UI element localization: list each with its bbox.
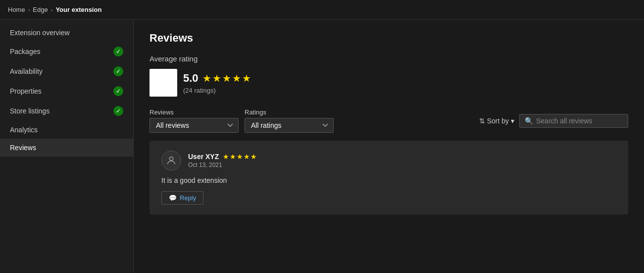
sidebar-item-reviews[interactable]: Reviews	[0, 139, 133, 157]
sort-group: ⇅ Sort by ▾ 🔍	[479, 114, 628, 128]
ratings-filter-select[interactable]: All ratings 5 stars 4 stars 3 stars 2 st…	[245, 118, 334, 133]
sidebar-item-store-listings[interactable]: Store listings ✓	[0, 101, 133, 121]
sidebar-item-packages[interactable]: Packages ✓	[0, 42, 133, 61]
review-text: It is a good extension	[161, 176, 616, 184]
sidebar-item-label: Analytics	[10, 126, 38, 134]
check-icon: ✓	[113, 47, 123, 56]
review-header: User XYZ ★★★★★ Oct 13, 2021	[161, 151, 616, 170]
reviews-filter-select[interactable]: All reviews With text Without text	[149, 118, 239, 133]
check-icon: ✓	[113, 106, 123, 116]
review-card: User XYZ ★★★★★ Oct 13, 2021 It is a good…	[149, 141, 628, 215]
sort-button[interactable]: ⇅ Sort by ▾	[479, 114, 514, 128]
reply-icon: 💬	[169, 194, 177, 202]
avatar	[161, 151, 181, 170]
sidebar-item-label: Properties	[10, 87, 42, 95]
sort-icon: ⇅	[479, 117, 485, 125]
svg-point-0	[169, 157, 173, 161]
breadcrumb-current: Your extension	[55, 6, 101, 13]
rating-number: 5.0	[183, 72, 198, 85]
reviews-filter-group: Reviews All reviews With text Without te…	[149, 109, 239, 133]
rating-stars: ★★★★★	[202, 72, 252, 84]
breadcrumb-chevron-2: ›	[51, 7, 53, 13]
ratings-filter-label: Ratings	[245, 109, 334, 116]
check-icon: ✓	[113, 66, 123, 76]
check-icon: ✓	[113, 86, 123, 96]
sidebar-item-analytics[interactable]: Analytics	[0, 121, 133, 139]
reply-button[interactable]: 💬 Reply	[161, 191, 203, 205]
reviewer-info: User XYZ ★★★★★ Oct 13, 2021	[188, 153, 257, 168]
breadcrumb: Home › Edge › Your extension	[0, 0, 644, 20]
reviews-filter-label: Reviews	[149, 109, 239, 116]
sidebar-item-label: Extension overview	[10, 29, 70, 37]
ratings-filter-group: Ratings All ratings 5 stars 4 stars 3 st…	[245, 109, 334, 133]
sidebar: Extension overview Packages ✓ Availabili…	[0, 20, 134, 273]
search-icon: 🔍	[525, 117, 533, 125]
review-date: Oct 13, 2021	[188, 162, 257, 168]
sidebar-item-label: Reviews	[10, 144, 36, 152]
main-content: Reviews Average rating 5.0 ★★★★★ (24 rat…	[134, 20, 644, 273]
reviewer-stars: ★★★★★	[223, 153, 257, 161]
sort-chevron-icon: ▾	[511, 117, 514, 125]
page-title: Reviews	[149, 32, 628, 45]
average-rating-label: Average rating	[149, 55, 628, 63]
sidebar-item-extension-overview[interactable]: Extension overview	[0, 24, 133, 42]
filter-row: Reviews All reviews With text Without te…	[149, 109, 628, 133]
reply-label: Reply	[180, 194, 196, 202]
sort-label: Sort by	[487, 117, 509, 125]
rating-score-row: 5.0 ★★★★★	[183, 72, 252, 85]
rating-box: 5.0 ★★★★★ (24 ratings)	[149, 69, 628, 97]
main-layout: Extension overview Packages ✓ Availabili…	[0, 20, 644, 273]
breadcrumb-chevron-1: ›	[28, 7, 30, 13]
sidebar-item-availability[interactable]: Availability ✓	[0, 61, 133, 81]
sidebar-item-label: Availability	[10, 67, 43, 75]
sidebar-item-properties[interactable]: Properties ✓	[0, 81, 133, 101]
breadcrumb-home[interactable]: Home	[8, 6, 25, 13]
rating-thumbnail	[149, 69, 177, 97]
breadcrumb-edge[interactable]: Edge	[33, 6, 48, 13]
sidebar-item-label: Store listings	[10, 107, 50, 115]
search-box: 🔍	[519, 114, 628, 128]
search-input[interactable]	[536, 117, 623, 125]
sidebar-item-label: Packages	[10, 48, 40, 55]
reviewer-name-row: User XYZ ★★★★★	[188, 153, 257, 161]
reviewer-name: User XYZ	[188, 153, 219, 161]
rating-info: 5.0 ★★★★★ (24 ratings)	[183, 72, 252, 94]
rating-count: (24 ratings)	[183, 87, 252, 94]
